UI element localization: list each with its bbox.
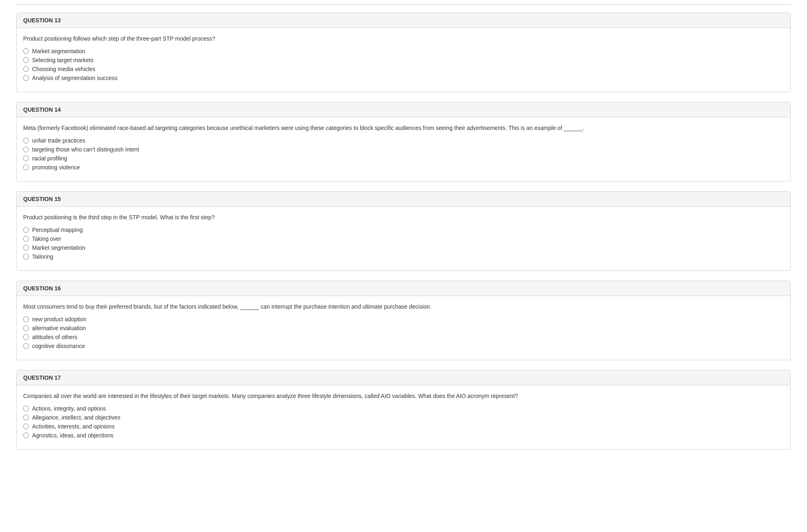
radio-option-17-1[interactable]	[23, 415, 29, 420]
radio-option-15-1[interactable]	[23, 236, 29, 242]
option-label-15-1: Taking over	[32, 236, 61, 242]
question-body-16: Most consumers tend to buy their preferr…	[17, 296, 790, 360]
options-list-16: new product adoptionalternative evaluati…	[23, 316, 784, 349]
option-label-13-2: Choosing media vehicles	[32, 66, 95, 72]
list-item: Tailoring	[23, 253, 784, 260]
option-label-14-1: targeting those who can't distinguish in…	[32, 146, 139, 153]
list-item: unfair trade practices	[23, 137, 784, 144]
option-label-16-0: new product adoption	[32, 316, 87, 322]
question-text-14: Meta (formerly Facebook) eliminated race…	[23, 124, 784, 132]
radio-option-13-1[interactable]	[23, 57, 29, 63]
list-item: Perceptual mapping	[23, 227, 784, 233]
radio-option-17-0[interactable]	[23, 406, 29, 411]
radio-option-14-0[interactable]	[23, 138, 29, 143]
option-label-14-0: unfair trade practices	[32, 137, 85, 144]
question-body-14: Meta (formerly Facebook) eliminated race…	[17, 117, 790, 181]
radio-option-16-3[interactable]	[23, 343, 29, 349]
list-item: cognitive dissonance	[23, 343, 784, 349]
option-label-17-0: Actions, integrity, and options	[32, 405, 106, 412]
radio-option-15-0[interactable]	[23, 227, 29, 233]
list-item: Agnostics, ideas, and objections	[23, 432, 784, 439]
list-item: Taking over	[23, 236, 784, 242]
list-item: Selecting target markets	[23, 57, 784, 63]
option-label-15-2: Market segmentation	[32, 244, 85, 251]
radio-option-13-3[interactable]	[23, 75, 29, 81]
question-block-14: QUESTION 14Meta (formerly Facebook) elim…	[16, 102, 791, 182]
radio-option-14-2[interactable]	[23, 156, 29, 161]
options-list-15: Perceptual mappingTaking overMarket segm…	[23, 227, 784, 260]
radio-option-13-0[interactable]	[23, 48, 29, 54]
question-header-14: QUESTION 14	[17, 102, 790, 117]
question-body-15: Product positioning is the third step in…	[17, 207, 790, 270]
radio-option-17-2[interactable]	[23, 424, 29, 429]
radio-option-15-2[interactable]	[23, 245, 29, 251]
radio-option-15-3[interactable]	[23, 254, 29, 260]
options-list-14: unfair trade practicestargeting those wh…	[23, 137, 784, 171]
list-item: Market segmentation	[23, 48, 784, 54]
list-item: Choosing media vehicles	[23, 66, 784, 72]
options-list-13: Market segmentationSelecting target mark…	[23, 48, 784, 81]
list-item: targeting those who can't distinguish in…	[23, 146, 784, 153]
options-list-17: Actions, integrity, and optionsAllegianc…	[23, 405, 784, 439]
radio-option-16-1[interactable]	[23, 325, 29, 331]
page-container: QUESTION 13Product positioning follows w…	[0, 0, 807, 476]
radio-option-17-3[interactable]	[23, 433, 29, 438]
question-header-17: QUESTION 17	[17, 370, 790, 385]
option-label-17-3: Agnostics, ideas, and objections	[32, 432, 113, 439]
option-label-14-3: promoting violence	[32, 164, 80, 171]
list-item: Actions, integrity, and options	[23, 405, 784, 412]
list-item: attitudes of others	[23, 334, 784, 340]
radio-option-14-3[interactable]	[23, 164, 29, 170]
radio-option-14-1[interactable]	[23, 147, 29, 152]
option-label-14-2: racial profiling	[32, 155, 67, 162]
question-block-15: QUESTION 15Product positioning is the th…	[16, 191, 791, 271]
question-block-16: QUESTION 16Most consumers tend to buy th…	[16, 281, 791, 360]
question-text-16: Most consumers tend to buy their preferr…	[23, 303, 784, 311]
question-block-17: QUESTION 17Companies all over the world …	[16, 370, 791, 450]
question-header-13: QUESTION 13	[17, 13, 790, 28]
option-label-15-0: Perceptual mapping	[32, 227, 83, 233]
option-label-15-3: Tailoring	[32, 253, 53, 260]
question-text-17: Companies all over the world are interes…	[23, 392, 784, 400]
question-block-13: QUESTION 13Product positioning follows w…	[16, 13, 791, 92]
question-text-13: Product positioning follows which step o…	[23, 35, 784, 43]
radio-option-16-2[interactable]	[23, 334, 29, 340]
question-body-17: Companies all over the world are interes…	[17, 385, 790, 449]
question-header-15: QUESTION 15	[17, 192, 790, 207]
option-label-13-1: Selecting target markets	[32, 57, 93, 63]
list-item: Analysis of segmentation success	[23, 75, 784, 81]
option-label-13-3: Analysis of segmentation success	[32, 75, 117, 81]
radio-option-16-0[interactable]	[23, 316, 29, 322]
option-label-16-3: cognitive dissonance	[32, 343, 85, 349]
option-label-13-0: Market segmentation	[32, 48, 85, 54]
list-item: alternative evaluation	[23, 325, 784, 331]
option-label-16-2: attitudes of others	[32, 334, 77, 340]
list-item: promoting violence	[23, 164, 784, 171]
radio-option-13-2[interactable]	[23, 66, 29, 72]
question-header-16: QUESTION 16	[17, 281, 790, 296]
questions-container: QUESTION 13Product positioning follows w…	[16, 13, 791, 450]
option-label-17-1: Allegiance, intellect, and objectives	[32, 414, 120, 421]
list-item: Activities, interests, and opinions	[23, 423, 784, 430]
question-text-15: Product positioning is the third step in…	[23, 213, 784, 222]
list-item: racial profiling	[23, 155, 784, 162]
list-item: Market segmentation	[23, 244, 784, 251]
list-item: new product adoption	[23, 316, 784, 322]
option-label-17-2: Activities, interests, and opinions	[32, 423, 115, 430]
top-divider	[16, 4, 791, 4]
option-label-16-1: alternative evaluation	[32, 325, 86, 331]
list-item: Allegiance, intellect, and objectives	[23, 414, 784, 421]
question-body-13: Product positioning follows which step o…	[17, 28, 790, 92]
